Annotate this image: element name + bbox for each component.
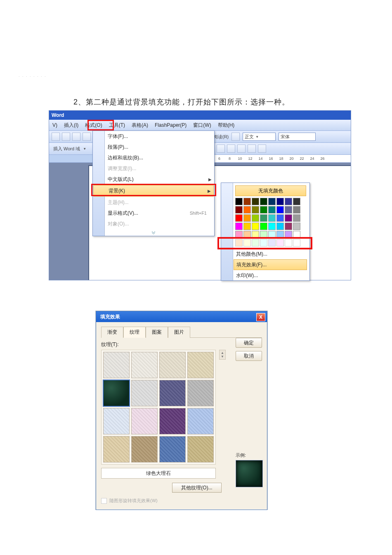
color-swatch[interactable] — [235, 223, 243, 230]
texture-swatch[interactable] — [103, 352, 130, 378]
color-swatch[interactable] — [260, 206, 267, 213]
color-swatch[interactable] — [276, 214, 284, 222]
dialog-tab[interactable]: 纹理 — [123, 327, 146, 338]
color-swatch[interactable] — [276, 223, 284, 230]
texture-swatch[interactable] — [131, 352, 158, 378]
texture-swatch[interactable] — [159, 436, 186, 462]
color-swatch[interactable] — [243, 206, 251, 213]
color-swatch[interactable] — [268, 239, 276, 247]
menu-format[interactable]: 格式(O) — [82, 120, 105, 130]
insert-word-field[interactable]: 插入 Word 域 — [52, 146, 82, 152]
color-swatch[interactable] — [252, 231, 259, 238]
color-swatch[interactable] — [293, 239, 300, 247]
texture-swatch[interactable] — [187, 380, 214, 406]
color-swatch[interactable] — [276, 198, 284, 205]
menu-tools[interactable]: 工具(T) — [106, 120, 128, 130]
color-swatch[interactable] — [293, 206, 300, 213]
toolbar-icon[interactable] — [248, 145, 256, 153]
texture-swatch[interactable] — [187, 408, 214, 434]
toolbar-icon[interactable] — [52, 133, 60, 141]
color-swatch[interactable] — [285, 198, 292, 205]
color-swatch[interactable] — [243, 239, 251, 247]
color-swatch[interactable] — [285, 231, 292, 238]
color-swatch[interactable] — [276, 231, 284, 238]
color-swatch[interactable] — [260, 198, 267, 205]
color-swatch[interactable] — [260, 239, 267, 247]
dialog-tab[interactable]: 图案 — [146, 327, 168, 338]
dialog-tab[interactable]: 图片 — [168, 327, 190, 338]
toolbar-icon[interactable] — [237, 145, 246, 153]
texture-swatch[interactable] — [159, 352, 186, 378]
format-menu-item[interactable]: 中文版式(L)▶ — [93, 174, 214, 185]
menu-expand-icon[interactable] — [93, 229, 214, 236]
texture-swatch[interactable] — [103, 380, 130, 406]
color-swatch[interactable] — [285, 239, 292, 247]
style-dropdown[interactable]: 正文 ▼ — [243, 133, 276, 141]
menu-table[interactable]: 表格(A) — [128, 120, 151, 130]
menu-insert[interactable]: 插入(I) — [61, 120, 82, 130]
other-texture-button[interactable]: 其他纹理(O)... — [172, 483, 222, 493]
toolbar-icon[interactable] — [258, 145, 266, 153]
color-swatch[interactable] — [260, 231, 267, 238]
color-swatch[interactable] — [243, 231, 251, 238]
color-swatch[interactable] — [293, 198, 300, 205]
scroll-down-icon[interactable]: ▼ — [221, 355, 224, 358]
close-icon[interactable]: X — [256, 313, 265, 321]
ok-button[interactable]: 确定 — [236, 338, 262, 348]
color-swatch[interactable] — [252, 214, 259, 222]
texture-swatch[interactable] — [103, 408, 130, 434]
color-swatch[interactable] — [260, 223, 267, 230]
color-swatch[interactable] — [243, 214, 251, 222]
color-swatch[interactable] — [268, 206, 276, 213]
dialog-tab[interactable]: 渐变 — [101, 327, 123, 338]
color-swatch[interactable] — [235, 239, 243, 247]
menu-flashpaper[interactable]: FlashPaper(P) — [151, 121, 190, 130]
color-swatch[interactable] — [268, 223, 276, 230]
color-swatch[interactable] — [268, 214, 276, 222]
rotate-checkbox[interactable] — [101, 498, 107, 504]
scroll-up-icon[interactable]: ▲ — [221, 351, 224, 355]
color-swatch[interactable] — [285, 214, 292, 222]
toolbar-icon[interactable] — [83, 133, 91, 141]
color-swatch[interactable] — [276, 206, 284, 213]
color-swatch[interactable] — [268, 231, 276, 238]
format-menu-item[interactable]: 边框和底纹(B)... — [93, 152, 214, 163]
toolbar-icon[interactable] — [72, 133, 80, 141]
color-swatch[interactable] — [293, 223, 300, 230]
color-swatch[interactable] — [276, 239, 284, 247]
color-swatch[interactable] — [252, 239, 259, 247]
toolbar-icon[interactable] — [231, 133, 240, 141]
color-swatch[interactable] — [293, 231, 300, 238]
color-swatch[interactable] — [252, 223, 259, 230]
texture-swatch[interactable] — [131, 408, 158, 434]
toolbar-icon[interactable] — [217, 145, 225, 153]
no-fill-color-button[interactable]: 无填充颜色 — [235, 185, 306, 196]
color-swatch[interactable] — [285, 223, 292, 230]
texture-swatch[interactable] — [103, 436, 130, 462]
color-swatch[interactable] — [293, 214, 300, 222]
texture-swatch[interactable] — [131, 436, 158, 462]
texture-swatch[interactable] — [187, 436, 214, 462]
cancel-button[interactable]: 取消 — [236, 351, 262, 361]
color-swatch[interactable] — [235, 214, 243, 222]
color-swatch[interactable] — [260, 214, 267, 222]
menu-window[interactable]: 窗口(W) — [190, 120, 214, 130]
texture-swatch[interactable] — [131, 380, 158, 406]
format-menu-item[interactable]: 字体(F)... — [93, 131, 214, 142]
color-swatch[interactable] — [285, 206, 292, 213]
watermark-item[interactable]: 水印(W)... — [221, 270, 309, 280]
font-dropdown[interactable]: 宋体 — [279, 133, 316, 141]
format-menu-item[interactable]: 段落(P)... — [93, 142, 214, 152]
toolbar-icon[interactable] — [62, 133, 70, 141]
color-swatch[interactable] — [268, 198, 276, 205]
color-swatch[interactable] — [243, 223, 251, 230]
toolbar-icon[interactable] — [227, 145, 235, 153]
menu-view-cut[interactable]: V) — [49, 121, 61, 130]
color-swatch[interactable] — [252, 206, 259, 213]
texture-swatch[interactable] — [159, 408, 186, 434]
format-menu-item[interactable]: 背景(K)▶ — [93, 185, 214, 197]
color-swatch[interactable] — [235, 198, 243, 205]
more-colors-item[interactable]: 其他颜色(M)... — [221, 249, 309, 259]
color-swatch[interactable] — [235, 231, 243, 238]
texture-swatch[interactable] — [187, 352, 214, 378]
